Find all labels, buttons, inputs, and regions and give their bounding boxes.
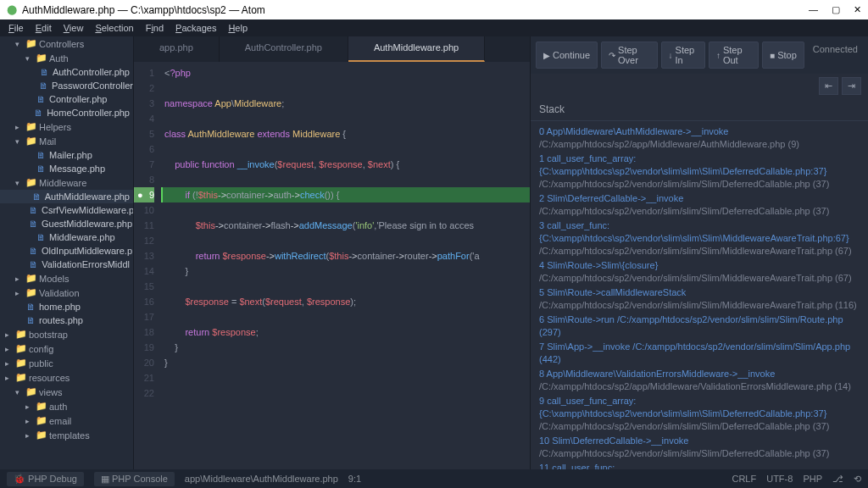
folder-icon: 📁 [25, 386, 36, 397]
folder-icon: 📁 [36, 401, 46, 412]
file-item[interactable]: 🗎home.php [0, 300, 133, 313]
file-item[interactable]: 🗎AuthController.php [0, 65, 133, 79]
close-button[interactable]: ✕ [854, 4, 861, 15]
stack-frame[interactable]: 6 Slim\Route->run /C:/xampp/htdocs/sp2/v… [539, 313, 860, 340]
tree-label: resources [29, 373, 70, 383]
folder-item[interactable]: ▸📁Models [0, 271, 133, 286]
menu-edit[interactable]: Edit [31, 21, 57, 35]
stack-frame[interactable]: 7 Slim\App->__invoke /C:/xampp/htdocs/sp… [539, 340, 860, 367]
php-debug-button[interactable]: 🐞 PHP Debug [7, 472, 84, 486]
file-icon: 🗎 [29, 205, 38, 215]
stack-frame[interactable]: 8 App\Middleware\ValidationErrorsMiddlew… [539, 367, 860, 394]
file-item[interactable]: 🗎OldInputMiddleware.p [0, 244, 133, 258]
stack-frame[interactable]: 9 call_user_func_array:{C:\xampp\htdocs\… [539, 394, 860, 434]
stack-frame[interactable]: 3 call_user_func:{C:\xampp\htdocs\sp2\ve… [539, 219, 860, 258]
file-item[interactable]: 🗎Middleware.php [0, 230, 133, 244]
status-lineending[interactable]: CRLF [732, 474, 756, 484]
folder-item[interactable]: ▾📁Auth [0, 51, 133, 65]
tree-label: routes.php [39, 315, 83, 325]
folder-item[interactable]: ▾📁Middleware [0, 175, 133, 190]
file-item[interactable]: 🗎CsrfViewMiddleware.p [0, 203, 133, 217]
panel-collapse-icon[interactable]: ⇤ [819, 77, 838, 95]
stack-frame[interactable]: 2 Slim\DeferredCallable->__invoke/C:/xam… [539, 191, 860, 219]
folder-icon: 📁 [25, 287, 36, 298]
file-item[interactable]: 🗎AuthMiddleware.php [0, 190, 133, 203]
folder-item[interactable]: ▸📁public [0, 356, 133, 370]
file-icon: 🗎 [25, 302, 36, 312]
file-icon: 🗎 [29, 259, 38, 269]
tree-label: GuestMiddleware.php [42, 219, 132, 229]
file-icon: 🗎 [34, 108, 43, 118]
minimize-button[interactable]: — [809, 4, 818, 15]
folder-item[interactable]: ▸📁email [0, 413, 133, 428]
stack-frame[interactable]: 11 call_user_func:{C:\xampp\htdocs\sp2\v… [539, 461, 860, 469]
menu-selection[interactable]: Selection [90, 21, 138, 35]
folder-item[interactable]: ▸📁bootstrap [0, 327, 133, 341]
php-console-button[interactable]: ▦ PHP Console [94, 472, 175, 486]
menu-file[interactable]: File [3, 21, 29, 35]
menu-packages[interactable]: Packages [170, 21, 221, 35]
file-item[interactable]: 🗎HomeController.php [0, 106, 133, 119]
stack-frame[interactable]: 5 Slim\Route->callMiddlewareStack/C:/xam… [539, 286, 860, 313]
stack-frame[interactable]: 1 call_user_func_array:{C:\xampp\htdocs\… [539, 152, 860, 191]
file-item[interactable]: 🗎routes.php [0, 313, 133, 327]
status-filepath: app\Middleware\AuthMiddleware.php [185, 474, 338, 484]
folder-item[interactable]: ▸📁templates [0, 428, 133, 442]
maximize-button[interactable]: ▢ [832, 4, 840, 15]
folder-icon: 📁 [15, 358, 25, 369]
stack-frame[interactable]: 0 App\Middleware\AuthMiddleware->__invok… [539, 125, 860, 152]
tree-label: public [29, 358, 53, 369]
folder-item[interactable]: ▾📁views [0, 385, 133, 399]
panel-expand-icon[interactable]: ⇥ [842, 77, 861, 95]
tree-label: OldInputMiddleware.p [42, 246, 132, 256]
file-item[interactable]: 🗎ValidationErrorsMiddl [0, 258, 133, 271]
folder-item[interactable]: ▾📁Mail [0, 134, 133, 148]
editor-tab[interactable]: AuthController.php [220, 36, 348, 62]
file-item[interactable]: 🗎Message.php [0, 162, 133, 175]
menubar: File Edit View Selection Find Packages H… [0, 19, 868, 36]
editor-tab[interactable]: app.php [134, 36, 220, 62]
tree-label: bootstrap [29, 330, 68, 340]
step-in-button[interactable]: ↓Step In [661, 42, 705, 69]
sync-icon[interactable]: ⟲ [854, 474, 861, 485]
statusbar: 🐞 PHP Debug ▦ PHP Console app\Middleware… [0, 469, 868, 488]
folder-item[interactable]: ▸📁config [0, 341, 133, 356]
tree-label: email [49, 416, 71, 426]
tree-label: ValidationErrorsMiddl [42, 259, 130, 269]
app-icon: ⬤ [7, 4, 17, 15]
status-language[interactable]: PHP [803, 474, 822, 484]
folder-icon: 📁 [25, 273, 36, 284]
menu-help[interactable]: Help [223, 21, 253, 35]
call-stack[interactable]: 0 App\Middleware\AuthMiddleware->__invok… [531, 121, 868, 469]
code-editor[interactable]: 12345678910111213141516171819202122 <?ph… [134, 62, 530, 469]
file-item[interactable]: 🗎GuestMiddleware.php [0, 217, 133, 230]
folder-item[interactable]: ▸📁resources [0, 370, 133, 385]
editor-tab[interactable]: AuthMiddleware.php [348, 36, 485, 62]
menu-find[interactable]: Find [141, 21, 169, 35]
folder-item[interactable]: ▸📁auth [0, 399, 133, 413]
continue-button[interactable]: ▶Continue [536, 42, 598, 69]
line-gutter[interactable]: 12345678910111213141516171819202122 [134, 62, 161, 469]
window-title: AuthMiddleware.php — C:\xampp\htdocs\sp2… [22, 4, 265, 16]
step-over-button[interactable]: ↷Step Over [601, 42, 658, 69]
file-icon: 🗎 [36, 150, 46, 160]
git-branch-icon[interactable]: ⎇ [832, 474, 843, 485]
stack-frame[interactable]: 10 Slim\DeferredCallable->__invoke/C:/xa… [539, 434, 860, 461]
file-item[interactable]: 🗎Mailer.php [0, 148, 133, 162]
file-tree[interactable]: ▾📁Controllers▾📁Auth🗎AuthController.php🗎P… [0, 36, 134, 469]
code-lines[interactable]: <?phpnamespace App\Middleware;class Auth… [161, 62, 530, 469]
file-item[interactable]: 🗎PasswordController... [0, 79, 133, 92]
stack-frame[interactable]: 4 Slim\Route->Slim\{closure}/C:/xampp/ht… [539, 258, 860, 286]
folder-icon: 📁 [15, 343, 25, 354]
folder-item[interactable]: ▸📁Validation [0, 286, 133, 300]
file-item[interactable]: 🗎Controller.php [0, 92, 133, 106]
tree-label: auth [49, 402, 67, 412]
step-out-button[interactable]: ↑Step Out [709, 42, 759, 69]
folder-icon: 📁 [36, 53, 46, 64]
folder-item[interactable]: ▾📁Controllers [0, 36, 133, 51]
status-encoding[interactable]: UTF-8 [766, 474, 793, 484]
folder-item[interactable]: ▸📁Helpers [0, 119, 133, 134]
stop-button[interactable]: ■Stop [762, 42, 804, 69]
tree-label: CsrfViewMiddleware.p [42, 205, 133, 215]
menu-view[interactable]: View [58, 21, 89, 35]
